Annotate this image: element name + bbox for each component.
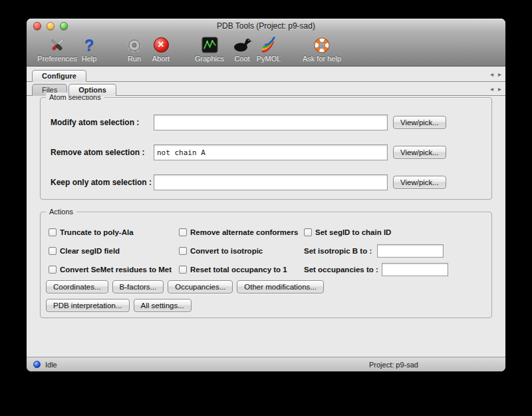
sub-tab-scroll-arrows: ◂ ▸ <box>490 85 501 93</box>
toolbar: Preferences ? Help Run × <box>27 33 505 67</box>
remove-atom-selection-input[interactable] <box>154 144 388 160</box>
b-factors-button[interactable]: B-factors... <box>112 280 164 294</box>
set-occupancies-field: Set occupancies to : <box>304 263 444 276</box>
remove-alternate-conformers-label: Remove alternate conformers <box>190 228 298 236</box>
main-tab-scroll-arrows: ◂ ▸ <box>490 71 501 78</box>
project-label: Project: p9-sad <box>369 361 418 369</box>
tab-scroll-right-icon[interactable]: ▸ <box>498 71 501 78</box>
clear-segid-field-checkbox[interactable] <box>49 247 57 255</box>
atom-selections-group: Atom selections Modify atom selection : … <box>40 97 492 200</box>
set-isotropic-b-label: Set isotropic B to : <box>304 247 372 255</box>
set-segid-to-chain-id-option: Set segID to chain ID <box>304 226 391 239</box>
title-bar[interactable]: PDB Tools (Project: p9-sad) <box>27 19 505 33</box>
occupancies-button[interactable]: Occupancies... <box>168 280 233 294</box>
toolbar-preferences-label: Preferences <box>37 55 76 63</box>
toolbar-abort-label: Abort <box>152 55 170 63</box>
set-segid-to-chain-id-checkbox[interactable] <box>304 228 312 236</box>
keep-only-atom-selection-row: Keep only atom selection : View/pick... <box>51 174 491 191</box>
remove-alternate-conformers-option: Remove alternate conformers <box>179 226 298 239</box>
clear-segid-field-option: Clear segID field <box>49 244 120 258</box>
window-title: PDB Tools (Project: p9-sad) <box>27 19 505 33</box>
remove-atom-selection-row: Remove atom selection : View/pick... <box>51 144 491 161</box>
toolbar-coot-button[interactable]: Coot <box>230 33 254 65</box>
toolbar-graphics-button[interactable]: Graphics <box>192 33 227 65</box>
set-occupancies-label: Set occupancies to : <box>304 266 378 274</box>
tab-configure[interactable]: Configure <box>32 70 86 82</box>
tab-options[interactable]: Options <box>68 84 116 96</box>
pdb-tools-window: PDB Tools (Project: p9-sad) <box>27 19 505 371</box>
subtab-scroll-left-icon[interactable]: ◂ <box>490 85 493 93</box>
toolbar-coot-label: Coot <box>234 55 249 63</box>
abort-icon: × <box>154 35 169 55</box>
modify-view-pick-button[interactable]: View/pick... <box>393 116 446 129</box>
actions-group: Actions Truncate to poly-Ala Remove alte… <box>40 212 492 318</box>
truncate-poly-ala-checkbox[interactable] <box>49 228 57 236</box>
pdb-interpretation-button[interactable]: PDB interpretation... <box>46 299 130 312</box>
coordinates-button[interactable]: Coordinates... <box>46 280 108 294</box>
reset-total-occupancy-option: Reset total occupancy to 1 <box>179 263 287 276</box>
life-ring-icon <box>313 35 331 55</box>
truncate-poly-ala-label: Truncate to poly-Ala <box>60 228 134 236</box>
status-led-icon <box>33 361 41 368</box>
remove-view-pick-button[interactable]: View/pick... <box>393 146 446 159</box>
remove-alternate-conformers-checkbox[interactable] <box>179 228 187 236</box>
graphics-icon <box>201 35 218 55</box>
keep-only-atom-selection-label: Keep only atom selection : <box>51 178 154 187</box>
keep-only-view-pick-button[interactable]: View/pick... <box>393 176 446 189</box>
main-tab-bar: Configure ◂ ▸ <box>27 67 505 82</box>
toolbar-abort-button[interactable]: × Abort <box>148 33 174 65</box>
convert-semet-option: Convert SeMet residues to Met <box>49 263 172 276</box>
toolbar-preferences-button[interactable]: Preferences <box>36 33 78 65</box>
toolbar-pymol-button[interactable]: PyMOL <box>254 33 283 65</box>
set-isotropic-b-field: Set isotropic B to : <box>304 244 444 258</box>
set-segid-to-chain-id-label: Set segID to chain ID <box>315 228 391 236</box>
sub-tab-bar: Files Options ◂ ▸ <box>27 82 505 96</box>
status-text: Idle <box>45 361 57 369</box>
convert-to-isotropic-checkbox[interactable] <box>179 247 187 255</box>
actions-button-row-1: Coordinates... B-factors... Occupancies.… <box>46 280 324 294</box>
reset-total-occupancy-checkbox[interactable] <box>179 266 187 274</box>
toolbar-ask-for-help-label: Ask for help <box>303 55 341 63</box>
remove-atom-selection-label: Remove atom selection : <box>51 148 154 157</box>
desktop-background: PDB Tools (Project: p9-sad) <box>0 0 532 416</box>
convert-semet-checkbox[interactable] <box>49 266 57 274</box>
toolbar-graphics-label: Graphics <box>195 55 224 63</box>
all-settings-button[interactable]: All settings... <box>134 299 192 312</box>
pymol-icon <box>260 35 278 55</box>
convert-semet-label: Convert SeMet residues to Met <box>60 266 172 274</box>
modify-atom-selection-row: Modify atom selection : View/pick... <box>51 114 491 131</box>
toolbar-run-button[interactable]: Run <box>122 33 146 65</box>
modify-atom-selection-input[interactable] <box>154 114 388 130</box>
actions-group-title: Actions <box>46 207 76 216</box>
status-bar: Idle Project: p9-sad <box>27 357 505 371</box>
truncate-poly-ala-option: Truncate to poly-Ala <box>49 226 134 239</box>
toolbar-ask-for-help-button[interactable]: Ask for help <box>298 33 346 65</box>
help-icon: ? <box>84 35 94 55</box>
set-isotropic-b-input[interactable] <box>377 244 444 258</box>
set-occupancies-input[interactable] <box>382 263 448 276</box>
actions-button-row-2: PDB interpretation... All settings... <box>46 299 192 312</box>
clear-segid-field-label: Clear segID field <box>60 247 120 255</box>
keep-only-atom-selection-input[interactable] <box>154 174 388 190</box>
tab-scroll-left-icon[interactable]: ◂ <box>490 71 493 78</box>
toolbar-run-label: Run <box>128 55 141 63</box>
reset-total-occupancy-label: Reset total occupancy to 1 <box>190 266 287 274</box>
preferences-icon <box>48 35 66 55</box>
convert-to-isotropic-label: Convert to isotropic <box>190 247 263 255</box>
toolbar-help-label: Help <box>82 55 97 63</box>
toolbar-help-button[interactable]: ? Help <box>78 33 100 65</box>
run-gear-icon <box>126 35 143 55</box>
coot-bird-icon <box>232 35 252 55</box>
other-modifications-button[interactable]: Other modifications... <box>237 280 324 294</box>
toolbar-pymol-label: PyMOL <box>257 55 281 63</box>
convert-to-isotropic-option: Convert to isotropic <box>179 244 263 258</box>
subtab-scroll-right-icon[interactable]: ▸ <box>498 85 501 93</box>
modify-atom-selection-label: Modify atom selection : <box>51 118 154 127</box>
